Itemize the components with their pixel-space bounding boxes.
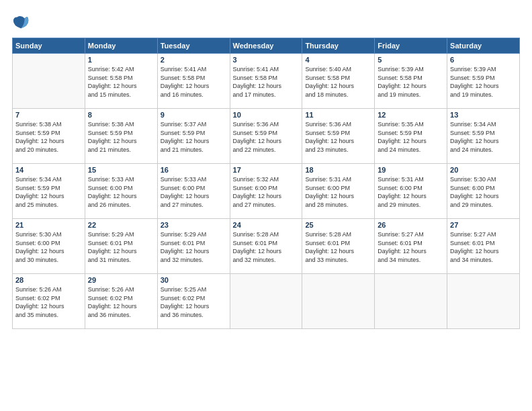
day-number: 6 [450,56,517,64]
calendar-cell: 27Sunrise: 5:27 AM Sunset: 6:01 PM Dayli… [447,219,520,274]
day-number: 1 [88,56,154,64]
calendar-cell [447,274,520,329]
day-info: Sunrise: 5:41 AM Sunset: 5:58 PM Dayligh… [161,65,227,99]
calendar-cell: 23Sunrise: 5:29 AM Sunset: 6:01 PM Dayli… [157,219,230,274]
week-row-5: 28Sunrise: 5:26 AM Sunset: 6:02 PM Dayli… [13,274,520,329]
day-number: 21 [15,221,82,229]
calendar-cell: 4Sunrise: 5:40 AM Sunset: 5:58 PM Daylig… [302,54,375,109]
day-info: Sunrise: 5:28 AM Sunset: 6:01 PM Dayligh… [305,230,371,264]
day-number: 23 [161,221,227,229]
day-number: 10 [233,111,300,119]
week-row-2: 7Sunrise: 5:38 AM Sunset: 5:59 PM Daylig… [13,109,520,164]
weekday-header-monday: Monday [85,38,157,54]
day-info: Sunrise: 5:26 AM Sunset: 6:02 PM Dayligh… [88,285,154,319]
calendar-cell: 5Sunrise: 5:39 AM Sunset: 5:58 PM Daylig… [375,54,447,109]
calendar-cell: 26Sunrise: 5:27 AM Sunset: 6:01 PM Dayli… [375,219,447,274]
calendar-cell [302,274,375,329]
page: SundayMondayTuesdayWednesdayThursdayFrid… [0,0,532,411]
calendar: SundayMondayTuesdayWednesdayThursdayFrid… [12,38,520,329]
day-number: 19 [378,166,444,174]
calendar-cell: 3Sunrise: 5:41 AM Sunset: 5:58 PM Daylig… [230,54,302,109]
day-number: 26 [378,221,444,229]
day-info: Sunrise: 5:39 AM Sunset: 5:59 PM Dayligh… [450,65,517,99]
calendar-cell: 20Sunrise: 5:30 AM Sunset: 6:00 PM Dayli… [447,164,520,219]
weekday-header-tuesday: Tuesday [157,38,230,54]
calendar-cell: 11Sunrise: 5:36 AM Sunset: 5:59 PM Dayli… [302,109,375,164]
day-number: 16 [161,166,227,174]
day-info: Sunrise: 5:33 AM Sunset: 6:00 PM Dayligh… [88,175,154,209]
day-info: Sunrise: 5:39 AM Sunset: 5:58 PM Dayligh… [378,65,444,99]
day-info: Sunrise: 5:25 AM Sunset: 6:02 PM Dayligh… [161,285,227,319]
day-number: 27 [450,221,517,229]
calendar-cell: 21Sunrise: 5:30 AM Sunset: 6:00 PM Dayli… [13,219,85,274]
day-number: 18 [305,166,371,174]
day-info: Sunrise: 5:42 AM Sunset: 5:58 PM Dayligh… [88,65,154,99]
weekday-header-sunday: Sunday [13,38,85,54]
day-number: 3 [233,56,300,64]
calendar-cell: 18Sunrise: 5:31 AM Sunset: 6:00 PM Dayli… [302,164,375,219]
day-number: 7 [15,111,82,119]
day-info: Sunrise: 5:27 AM Sunset: 6:01 PM Dayligh… [378,230,444,264]
day-info: Sunrise: 5:41 AM Sunset: 5:58 PM Dayligh… [233,65,300,99]
weekday-header-saturday: Saturday [447,38,520,54]
day-number: 20 [450,166,517,174]
day-number: 2 [161,56,227,64]
logo-icon [12,12,31,31]
day-info: Sunrise: 5:38 AM Sunset: 5:59 PM Dayligh… [15,120,82,154]
calendar-cell: 2Sunrise: 5:41 AM Sunset: 5:58 PM Daylig… [157,54,230,109]
calendar-cell: 6Sunrise: 5:39 AM Sunset: 5:59 PM Daylig… [447,54,520,109]
day-info: Sunrise: 5:29 AM Sunset: 6:01 PM Dayligh… [161,230,227,264]
day-info: Sunrise: 5:26 AM Sunset: 6:02 PM Dayligh… [15,285,82,319]
day-info: Sunrise: 5:40 AM Sunset: 5:58 PM Dayligh… [305,65,371,99]
day-number: 8 [88,111,154,119]
calendar-cell: 24Sunrise: 5:28 AM Sunset: 6:01 PM Dayli… [230,219,302,274]
calendar-cell: 17Sunrise: 5:32 AM Sunset: 6:00 PM Dayli… [230,164,302,219]
day-info: Sunrise: 5:34 AM Sunset: 5:59 PM Dayligh… [15,175,82,209]
calendar-cell: 16Sunrise: 5:33 AM Sunset: 6:00 PM Dayli… [157,164,230,219]
day-number: 12 [378,111,444,119]
day-number: 24 [233,221,300,229]
day-number: 11 [305,111,371,119]
calendar-cell: 19Sunrise: 5:31 AM Sunset: 6:00 PM Dayli… [375,164,447,219]
weekday-header-thursday: Thursday [302,38,375,54]
day-number: 17 [233,166,300,174]
calendar-cell: 28Sunrise: 5:26 AM Sunset: 6:02 PM Dayli… [13,274,85,329]
day-info: Sunrise: 5:30 AM Sunset: 6:00 PM Dayligh… [450,175,517,209]
day-number: 22 [88,221,154,229]
day-number: 28 [15,276,82,284]
day-info: Sunrise: 5:28 AM Sunset: 6:01 PM Dayligh… [233,230,300,264]
calendar-cell [13,54,85,109]
calendar-cell: 29Sunrise: 5:26 AM Sunset: 6:02 PM Dayli… [85,274,157,329]
calendar-cell: 30Sunrise: 5:25 AM Sunset: 6:02 PM Dayli… [157,274,230,329]
calendar-cell: 8Sunrise: 5:38 AM Sunset: 5:59 PM Daylig… [85,109,157,164]
day-info: Sunrise: 5:32 AM Sunset: 6:00 PM Dayligh… [233,175,300,209]
week-row-3: 14Sunrise: 5:34 AM Sunset: 5:59 PM Dayli… [13,164,520,219]
calendar-cell [375,274,447,329]
calendar-cell: 9Sunrise: 5:37 AM Sunset: 5:59 PM Daylig… [157,109,230,164]
day-info: Sunrise: 5:35 AM Sunset: 5:59 PM Dayligh… [378,120,444,154]
calendar-cell [230,274,302,329]
day-info: Sunrise: 5:33 AM Sunset: 6:00 PM Dayligh… [161,175,227,209]
weekday-header-wednesday: Wednesday [230,38,302,54]
week-row-4: 21Sunrise: 5:30 AM Sunset: 6:00 PM Dayli… [13,219,520,274]
calendar-cell: 1Sunrise: 5:42 AM Sunset: 5:58 PM Daylig… [85,54,157,109]
day-info: Sunrise: 5:27 AM Sunset: 6:01 PM Dayligh… [450,230,517,264]
day-number: 29 [88,276,154,284]
weekday-header-row: SundayMondayTuesdayWednesdayThursdayFrid… [13,38,520,54]
header [12,12,520,31]
day-number: 14 [15,166,82,174]
day-info: Sunrise: 5:37 AM Sunset: 5:59 PM Dayligh… [161,120,227,154]
day-number: 4 [305,56,371,64]
week-row-1: 1Sunrise: 5:42 AM Sunset: 5:58 PM Daylig… [13,54,520,109]
day-number: 15 [88,166,154,174]
day-info: Sunrise: 5:36 AM Sunset: 5:59 PM Dayligh… [233,120,300,154]
calendar-cell: 22Sunrise: 5:29 AM Sunset: 6:01 PM Dayli… [85,219,157,274]
logo [12,12,34,31]
day-info: Sunrise: 5:36 AM Sunset: 5:59 PM Dayligh… [305,120,371,154]
day-number: 9 [161,111,227,119]
calendar-cell: 7Sunrise: 5:38 AM Sunset: 5:59 PM Daylig… [13,109,85,164]
day-info: Sunrise: 5:31 AM Sunset: 6:00 PM Dayligh… [305,175,371,209]
day-info: Sunrise: 5:34 AM Sunset: 5:59 PM Dayligh… [450,120,517,154]
day-number: 25 [305,221,371,229]
calendar-cell: 15Sunrise: 5:33 AM Sunset: 6:00 PM Dayli… [85,164,157,219]
